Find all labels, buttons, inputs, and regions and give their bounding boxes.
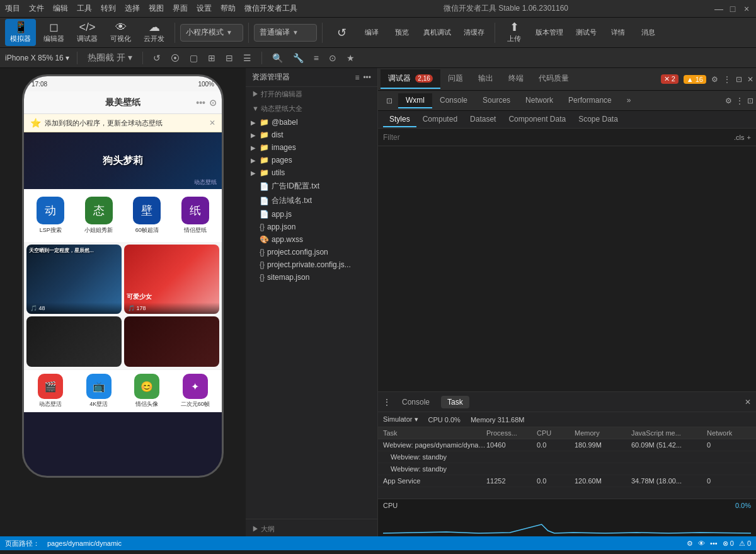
- nav-wxml[interactable]: Wxml: [398, 93, 432, 108]
- file-dist[interactable]: ▶ 📁 dist: [246, 129, 377, 141]
- version-button[interactable]: 版本管理: [530, 25, 568, 40]
- bottom-item-1[interactable]: 📺 4K壁活: [75, 374, 123, 408]
- cloud-button[interactable]: ☁ 云开发: [139, 19, 169, 46]
- layout-btn[interactable]: ☰: [241, 52, 254, 64]
- editor-button[interactable]: ◻ 编辑器: [38, 19, 69, 46]
- menu-settings[interactable]: 设置: [197, 3, 212, 14]
- testid-button[interactable]: 测试号: [571, 25, 602, 40]
- file-images[interactable]: ▶ 📁 images: [246, 141, 377, 154]
- more-options-icon[interactable]: •••: [363, 73, 371, 82]
- hotspot-btn[interactable]: 热圈截 开 ▾: [85, 51, 135, 65]
- menu-wechat[interactable]: 微信开发者工具: [244, 3, 297, 14]
- task-tab-task[interactable]: Task: [441, 396, 469, 408]
- menu-bar[interactable]: 项目 文件 编辑 工具 转到 选择 视图 界面 设置 帮助 微信开发者工具: [5, 3, 297, 14]
- file-sitemap[interactable]: {} sitemap.json: [246, 271, 377, 284]
- collapse-icon[interactable]: ≡: [355, 73, 359, 82]
- task-row-1[interactable]: Webview: standby: [378, 451, 756, 463]
- task-close-icon[interactable]: ✕: [745, 398, 751, 407]
- filter-input[interactable]: [383, 133, 734, 142]
- menu-project[interactable]: 项目: [5, 3, 20, 14]
- window-controls[interactable]: — □ ×: [714, 4, 751, 13]
- grid-item-girl[interactable]: 态 小姐姐秀新: [75, 194, 123, 237]
- banner-close[interactable]: ✕: [209, 118, 215, 127]
- tab-problem[interactable]: 问题: [440, 69, 471, 89]
- simulator-label[interactable]: Simulator ▾: [383, 415, 418, 424]
- phone-card-3[interactable]: [124, 316, 219, 367]
- file-projectprivate[interactable]: {} project.private.config.js...: [246, 258, 377, 271]
- open-editors-header[interactable]: ▶ 打开的编辑器: [246, 87, 377, 101]
- outline-header[interactable]: ▶ 大纲: [246, 519, 377, 536]
- file-tree-icons[interactable]: ≡ •••: [355, 73, 371, 82]
- menu-tools[interactable]: 工具: [77, 3, 92, 14]
- menu-edit[interactable]: 编辑: [53, 3, 68, 14]
- star-btn[interactable]: ★: [344, 52, 357, 64]
- styles-tab-dataset[interactable]: Dataset: [464, 112, 502, 127]
- close-devtools-icon[interactable]: ✕: [747, 75, 753, 84]
- status-more-icon[interactable]: •••: [710, 540, 718, 547]
- styles-tab-componentdata[interactable]: Component Data: [502, 112, 572, 127]
- bottom-item-2[interactable]: 😊 情侣头像: [123, 374, 171, 408]
- detail-button[interactable]: 详情: [604, 25, 632, 40]
- cls-label[interactable]: .cls: [734, 134, 745, 141]
- file-pages[interactable]: ▶ 📁 pages: [246, 154, 377, 166]
- file-appwxss[interactable]: 🎨 app.wxss: [246, 233, 377, 246]
- grid-btn[interactable]: ⊞: [205, 52, 218, 64]
- task-row-0[interactable]: Webview: pages/dynamic/dynamic 10460 0.0…: [378, 439, 756, 451]
- styles-tab-styles[interactable]: Styles: [383, 112, 416, 127]
- target-btn[interactable]: ⦿: [168, 52, 182, 64]
- menu-select[interactable]: 选择: [125, 3, 140, 14]
- more-devtools-icon[interactable]: ⋮: [723, 75, 731, 84]
- file-babel[interactable]: ▶ 📁 @babel: [246, 116, 377, 129]
- file-domain[interactable]: 📄 合法域名.txt: [246, 193, 377, 208]
- file-projectconfig[interactable]: {} project.config.json: [246, 246, 377, 258]
- nav-network[interactable]: Network: [518, 93, 561, 108]
- menu-interface[interactable]: 界面: [173, 3, 188, 14]
- nav-performance[interactable]: Performance: [561, 93, 619, 108]
- upload-button[interactable]: ⬆ 上传: [500, 19, 528, 46]
- styles-tab-scopedata[interactable]: Scope Data: [572, 112, 624, 127]
- grid-item-couple[interactable]: 纸 情侣壁纸: [171, 194, 220, 237]
- grid-item-lsp[interactable]: 动 LSP搜索: [26, 194, 75, 237]
- tab-debugger[interactable]: 调试器 2,16: [381, 69, 440, 89]
- refresh-button[interactable]: ↺: [328, 25, 355, 41]
- compile-dropdown[interactable]: 普通编译 ▼: [254, 24, 317, 42]
- menu-file[interactable]: 文件: [29, 3, 44, 14]
- menu-view[interactable]: 视图: [149, 3, 164, 14]
- menu-help[interactable]: 帮助: [220, 3, 236, 14]
- tab-codequality[interactable]: 代码质量: [531, 69, 576, 89]
- status-settings-icon[interactable]: ⚙: [687, 540, 693, 548]
- compile-action-button[interactable]: 编译: [358, 25, 386, 40]
- nav-more-icon[interactable]: ⋮: [736, 96, 743, 105]
- nav-fullscreen-icon[interactable]: ⊡: [747, 96, 753, 105]
- project-header[interactable]: ▼ 动态壁纸大全: [246, 101, 377, 116]
- task-tab-console[interactable]: Console: [396, 396, 436, 408]
- preview-button[interactable]: 预览: [388, 25, 416, 40]
- device-selector[interactable]: iPhone X 85% 16 ▾: [5, 54, 69, 62]
- maximize-button[interactable]: □: [728, 4, 737, 13]
- device-debug-button[interactable]: 真机调试: [418, 25, 456, 40]
- styles-tab-computed[interactable]: Computed: [416, 112, 464, 127]
- message-button[interactable]: 消息: [634, 25, 662, 40]
- status-eye-icon[interactable]: 👁: [698, 540, 705, 547]
- file-utils[interactable]: ▶ 📁 utils: [246, 166, 377, 179]
- nav-inspect-icon[interactable]: ⊡: [381, 96, 398, 105]
- bottom-item-3[interactable]: ✦ 二次元60帧: [171, 374, 220, 408]
- mode-dropdown[interactable]: 小程序模式 ▼: [180, 24, 243, 42]
- file-adid[interactable]: 📄 广告ID配置.txt: [246, 179, 377, 193]
- frame-btn[interactable]: ▢: [187, 52, 200, 64]
- file-appjson[interactable]: {} app.json: [246, 221, 377, 233]
- nav-sources[interactable]: Sources: [475, 93, 518, 108]
- task-row-3[interactable]: App Service 11252 0.0 120.60M 34.78M (18…: [378, 475, 756, 487]
- debugger-button[interactable]: </> 调试器: [72, 19, 103, 46]
- more-icon[interactable]: •••: [196, 98, 205, 108]
- settings-icon[interactable]: ⚙: [711, 75, 718, 84]
- phone-card-0[interactable]: 天空晒到一定程度，星辰然... 🎵 48: [26, 245, 122, 314]
- status-page[interactable]: pages/dynamic/dynamic: [47, 540, 122, 547]
- clear-cache-button[interactable]: 清缓存: [459, 25, 490, 40]
- minimize-button[interactable]: —: [714, 4, 723, 13]
- circle-btn[interactable]: ⊙: [326, 52, 339, 64]
- search-btn[interactable]: 🔍: [270, 52, 285, 64]
- phone-card-1[interactable]: 可爱少女 🎵 178: [124, 245, 219, 314]
- bottom-item-0[interactable]: 🎬 动态壁活: [26, 374, 75, 408]
- visible-button[interactable]: 👁 可视化: [105, 19, 136, 46]
